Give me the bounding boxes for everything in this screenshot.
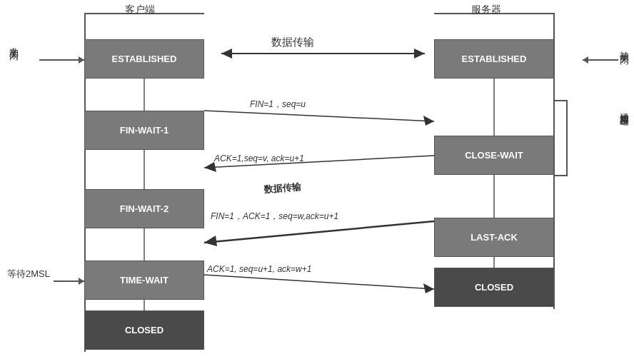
svg-marker-6 xyxy=(204,162,216,172)
svg-marker-8 xyxy=(204,236,217,246)
server-close-wait: CLOSE-WAIT xyxy=(434,136,554,175)
notify-app-label: 通知应用进程 xyxy=(618,100,630,113)
msg-fin2: FIN=1，ACK=1，seq=w,ack=u+1 xyxy=(211,211,338,223)
svg-marker-2 xyxy=(414,49,425,59)
server-established: ESTABLISHED xyxy=(434,39,554,79)
notify-bracket-bottom xyxy=(553,175,566,176)
svg-line-3 xyxy=(204,111,434,121)
notify-bracket-top xyxy=(553,100,566,101)
data-transfer-top: 数据传输 xyxy=(271,36,314,49)
svg-marker-4 xyxy=(423,116,434,126)
msg-ack2: ACK=1, seq=u+1, ack=w+1 xyxy=(207,264,311,274)
passive-close-label: 被动关闭 xyxy=(618,39,630,52)
client-section-label: 客户端 xyxy=(125,4,155,16)
client-closed: CLOSED xyxy=(84,310,204,350)
client-time-wait: TIME-WAIT xyxy=(84,261,204,300)
svg-marker-1 xyxy=(221,49,232,59)
passive-close-arrow xyxy=(583,59,618,61)
wait-2msl-arrow xyxy=(54,280,84,282)
msg-ack1: ACK=1,seq=v, ack=u+1 xyxy=(214,153,304,163)
client-fin-wait-2: FIN-WAIT-2 xyxy=(84,189,204,228)
client-fin-wait-1: FIN-WAIT-1 xyxy=(84,111,204,150)
msg-fin1: FIN=1，seq=u xyxy=(250,98,306,111)
svg-marker-10 xyxy=(423,283,434,293)
diagram-container: 客户端 服务器 主动关闭 等待2MSL 被动关闭 通知应用进程 ESTABLIS… xyxy=(0,0,634,364)
client-established: ESTABLISHED xyxy=(84,39,204,79)
data-transfer-diagonal: 数据传输 xyxy=(263,181,301,196)
server-last-ack: LAST-ACK xyxy=(434,218,554,257)
svg-line-9 xyxy=(204,275,434,289)
notify-bracket-right xyxy=(566,100,568,176)
svg-line-7 xyxy=(204,221,434,243)
active-close-label: 主动关闭 xyxy=(7,39,20,45)
active-close-arrow xyxy=(39,59,84,61)
server-closed: CLOSED xyxy=(434,268,554,307)
server-section-label: 服务器 xyxy=(471,4,501,16)
wait-2msl-label: 等待2MSL xyxy=(7,268,50,280)
